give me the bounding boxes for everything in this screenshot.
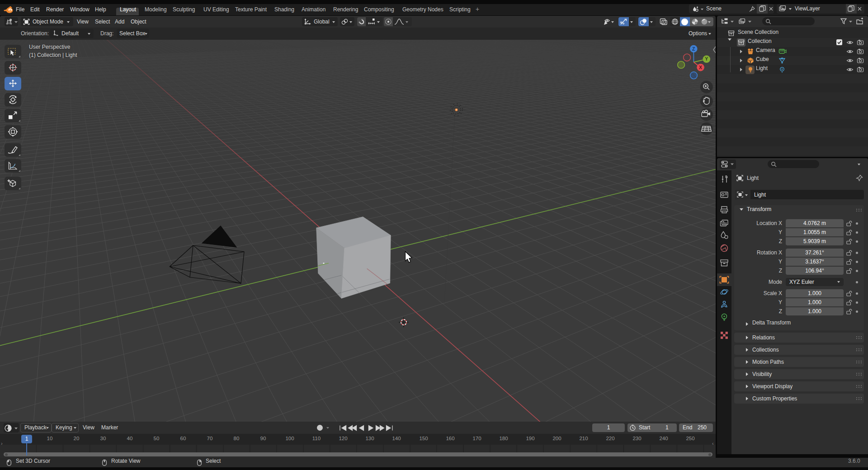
svg-text:Y: Y bbox=[705, 56, 708, 61]
svg-text:Z: Z bbox=[692, 46, 695, 52]
svg-text:X: X bbox=[699, 65, 702, 70]
